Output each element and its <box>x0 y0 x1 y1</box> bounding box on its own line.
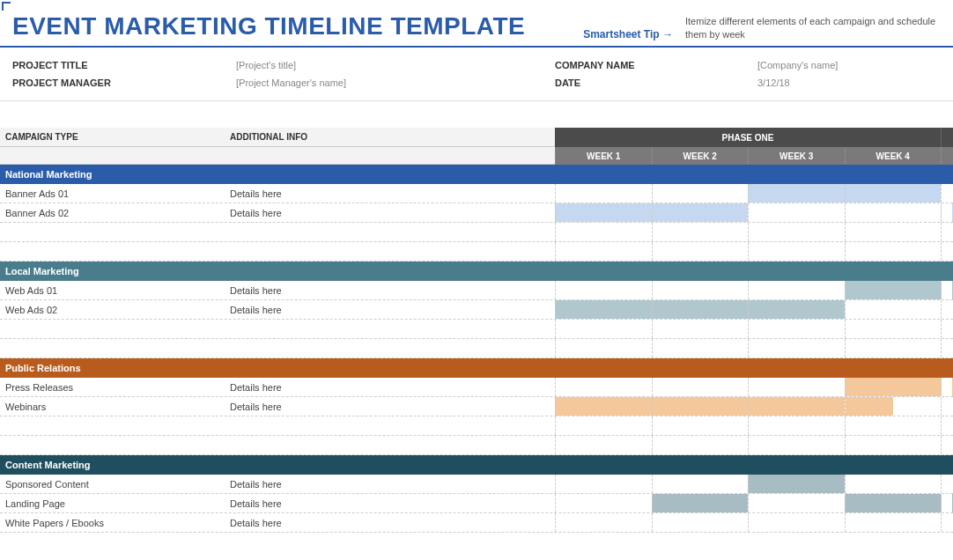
company-name-label: COMPANY NAME <box>555 60 757 70</box>
category-pr: Public Relations <box>0 358 953 378</box>
table-row[interactable]: Landing Page Details here <box>0 494 953 513</box>
gantt-bar[interactable] <box>555 300 652 319</box>
table-row[interactable]: Banner Ads 02 Details here <box>0 203 953 223</box>
table-row[interactable]: Banner Ads 01 Details here <box>0 184 953 203</box>
arrow-icon: → <box>662 28 673 41</box>
table-head-weeks: WEEK 1 WEEK 2 WEEK 3 WEEK 4 <box>0 147 953 165</box>
timeline-table: CAMPAIGN TYPE ADDITIONAL INFO PHASE ONE … <box>0 128 953 533</box>
table-row[interactable]: Web Ads 02 Details here <box>0 300 953 320</box>
gantt-bar[interactable] <box>652 494 749 512</box>
page-title: EVENT MARKETING TIMELINE TEMPLATE <box>12 12 583 41</box>
gantt-bar[interactable] <box>652 203 749 222</box>
project-title-value[interactable]: [Project's title] <box>236 60 296 70</box>
table-head-phase: CAMPAIGN TYPE ADDITIONAL INFO PHASE ONE <box>0 128 953 147</box>
spacer <box>0 320 953 339</box>
week-4: WEEK 4 <box>845 147 942 165</box>
gantt-bar[interactable] <box>748 475 845 493</box>
table-row[interactable]: Press Releases Details here <box>0 378 953 397</box>
category-national: National Marketing <box>0 165 953 184</box>
table-row[interactable]: White Papers / Ebooks Details here <box>0 513 953 533</box>
meta-section: PROJECT TITLE [Project's title] PROJECT … <box>0 48 953 101</box>
project-manager-value[interactable]: [Project Manager's name] <box>236 77 346 88</box>
table-row[interactable]: Sponsored Content Details here <box>0 475 953 494</box>
gantt-bar[interactable] <box>652 300 749 319</box>
gantt-bar[interactable] <box>845 494 942 512</box>
category-content: Content Marketing <box>0 455 953 475</box>
tip-label: Smartsheet Tip → <box>583 28 673 41</box>
gantt-bar[interactable] <box>748 300 845 319</box>
gantt-bar[interactable] <box>845 281 942 299</box>
gantt-bar[interactable] <box>652 397 749 416</box>
company-name-value[interactable]: [Company's name] <box>757 60 838 70</box>
week-2: WEEK 2 <box>652 147 749 165</box>
tip-description: Itemize different elements of each campa… <box>685 15 941 41</box>
gantt-bar[interactable] <box>845 378 942 396</box>
gantt-bar[interactable] <box>845 397 942 416</box>
gantt-bar[interactable] <box>555 203 652 222</box>
gantt-bar[interactable] <box>555 397 652 416</box>
spacer <box>0 436 953 455</box>
project-title-label: PROJECT TITLE <box>12 60 236 70</box>
spacer <box>0 339 953 358</box>
table-row[interactable]: Web Ads 01 Details here <box>0 281 953 300</box>
table-row[interactable]: Webinars Details here <box>0 397 953 416</box>
week-1: WEEK 1 <box>555 147 652 165</box>
date-value[interactable]: 3/12/18 <box>757 77 790 88</box>
col-additional-info: ADDITIONAL INFO <box>225 128 555 147</box>
col-phase-one: PHASE ONE <box>555 128 941 147</box>
project-manager-label: PROJECT MANAGER <box>12 77 236 88</box>
gantt-bar[interactable] <box>845 184 942 203</box>
gantt-bar[interactable] <box>748 184 845 203</box>
header: EVENT MARKETING TIMELINE TEMPLATE Smarts… <box>0 0 953 48</box>
spacer <box>0 223 953 242</box>
spacer <box>0 416 953 436</box>
spacer <box>0 242 953 262</box>
gantt-bar[interactable] <box>748 397 845 416</box>
col-campaign-type: CAMPAIGN TYPE <box>0 128 225 147</box>
week-3: WEEK 3 <box>748 147 845 165</box>
corner-marker <box>2 2 11 11</box>
category-local: Local Marketing <box>0 262 953 281</box>
date-label: DATE <box>555 77 757 88</box>
col-phase-extra <box>941 128 953 147</box>
